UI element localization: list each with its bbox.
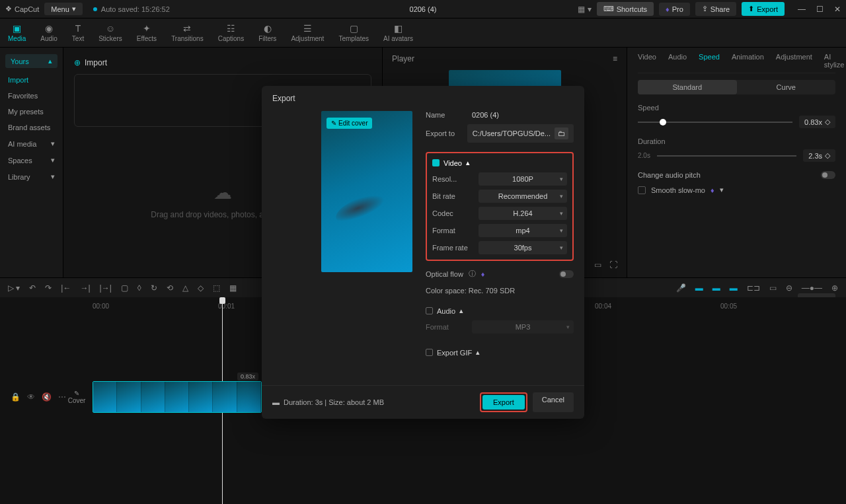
track3-icon[interactable]: ▬ bbox=[730, 283, 738, 293]
name-value[interactable]: 0206 (4) bbox=[472, 111, 574, 119]
shortcuts-button[interactable]: ⌨Shortcuts bbox=[597, 2, 654, 16]
subtab-curve[interactable]: Curve bbox=[737, 80, 836, 94]
edit-cover-button[interactable]: ✎Edit cover bbox=[327, 118, 372, 129]
pencil-icon: ✎ bbox=[331, 120, 336, 127]
format-dropdown[interactable]: mp4 bbox=[479, 224, 567, 237]
zoom-in-icon[interactable]: ⊕ bbox=[831, 283, 838, 293]
split-both-icon[interactable]: |→| bbox=[100, 283, 112, 293]
resolution-dropdown[interactable]: 1080P bbox=[479, 172, 567, 186]
tab-stickers[interactable]: ☺Stickers bbox=[96, 18, 125, 47]
pitch-toggle[interactable] bbox=[821, 171, 835, 179]
ai-icon: ◧ bbox=[394, 23, 403, 34]
chevron-up-icon[interactable]: ▴ bbox=[476, 348, 480, 357]
fullscreen-icon[interactable]: ⛶ bbox=[609, 260, 617, 270]
video-checkbox[interactable] bbox=[432, 159, 440, 166]
right-tab-audio[interactable]: Audio bbox=[668, 53, 687, 69]
sidebar-item-aimedia[interactable]: AI media▾ bbox=[0, 135, 63, 152]
export-button[interactable]: ⬆Export bbox=[742, 2, 785, 16]
delete-icon[interactable]: ▢ bbox=[121, 283, 128, 293]
more-icon[interactable]: ⋯ bbox=[58, 392, 66, 402]
modal-cancel-button[interactable]: Cancel bbox=[533, 392, 574, 412]
adjustment-icon: ☰ bbox=[303, 23, 312, 34]
track1-icon[interactable]: ▬ bbox=[695, 283, 703, 293]
tab-audio[interactable]: ◉Audio bbox=[38, 18, 60, 47]
mic-icon[interactable]: 🎤 bbox=[676, 283, 686, 293]
pro-button[interactable]: ♦Pro bbox=[659, 3, 690, 16]
selection-tool-icon[interactable]: ▷ ▾ bbox=[8, 283, 20, 293]
sidebar-item-presets[interactable]: My presets bbox=[0, 104, 63, 120]
reverse-icon[interactable]: ⟲ bbox=[167, 283, 173, 293]
bitrate-dropdown[interactable]: Recommended bbox=[479, 190, 567, 203]
tab-templates[interactable]: ▢Templates bbox=[336, 18, 371, 47]
duration-slider[interactable] bbox=[657, 155, 796, 157]
replace-icon[interactable]: ↻ bbox=[151, 283, 157, 293]
speed-slider[interactable] bbox=[638, 122, 792, 123]
export-modal: Export ✎Edit cover Name0206 (4) Export t… bbox=[262, 86, 584, 419]
tab-captions[interactable]: ☷Captions bbox=[215, 18, 247, 47]
folder-icon[interactable]: 🗀 bbox=[555, 127, 568, 139]
right-tab-animation[interactable]: Animation bbox=[732, 53, 764, 69]
framerate-dropdown[interactable]: 30fps bbox=[479, 241, 567, 254]
tab-media[interactable]: ▣Media bbox=[5, 18, 28, 47]
player-title: Player bbox=[392, 54, 414, 63]
magnet-icon[interactable]: ⊏⊐ bbox=[747, 283, 760, 293]
speed-value[interactable]: 0.83x◇ bbox=[799, 116, 835, 128]
preview-icon[interactable]: ▭ bbox=[769, 283, 777, 293]
sidebar-item-brand[interactable]: Brand assets bbox=[0, 120, 63, 135]
export-path[interactable]: C:/Users/TOPGUS/De...🗀 bbox=[467, 124, 574, 143]
zoom-out-icon[interactable]: ⊖ bbox=[786, 283, 792, 293]
freeze-icon[interactable]: △ bbox=[182, 283, 188, 293]
tab-transitions[interactable]: ⇄Transitions bbox=[169, 18, 206, 47]
maximize-icon[interactable]: ☐ bbox=[816, 5, 824, 14]
share-button[interactable]: ⇪Share bbox=[695, 2, 736, 16]
marker-icon[interactable]: ◊ bbox=[137, 283, 141, 293]
menu-button[interactable]: Menu▾ bbox=[44, 3, 83, 15]
right-tab-speed[interactable]: Speed bbox=[699, 53, 720, 69]
gif-checkbox[interactable] bbox=[426, 349, 433, 356]
help-icon[interactable]: ⓘ bbox=[469, 269, 476, 279]
timeline-clip[interactable]: 0.83x bbox=[93, 381, 262, 413]
project-title: 0206 (4) bbox=[410, 5, 437, 13]
right-tab-video[interactable]: Video bbox=[638, 53, 656, 69]
right-tab-adjustment[interactable]: Adjustment bbox=[776, 53, 812, 69]
mute-icon[interactable]: 🔇 bbox=[42, 392, 52, 402]
tab-filters[interactable]: ◐Filters bbox=[256, 18, 279, 47]
tab-adjustment[interactable]: ☰Adjustment bbox=[288, 18, 327, 47]
track2-icon[interactable]: ▬ bbox=[712, 283, 720, 293]
modal-export-button[interactable]: Export bbox=[482, 395, 525, 410]
split-right-icon[interactable]: →| bbox=[80, 283, 90, 293]
crop2-icon[interactable]: ⬚ bbox=[213, 283, 220, 293]
right-tab-aistylize[interactable]: AI stylize bbox=[824, 53, 845, 69]
export-clip-icon[interactable]: ▦ bbox=[229, 283, 237, 293]
minimize-icon[interactable]: — bbox=[798, 5, 806, 14]
tab-text[interactable]: TText bbox=[69, 18, 87, 47]
sidebar-item-library[interactable]: Library▾ bbox=[0, 168, 63, 185]
tab-aiavatars[interactable]: ◧AI avatars bbox=[381, 18, 416, 47]
split-icon[interactable]: |← bbox=[61, 283, 71, 293]
lock-icon[interactable]: 🔒 bbox=[11, 392, 20, 402]
cover-button[interactable]: ✎Cover bbox=[66, 390, 87, 404]
zoom-slider[interactable]: —●— bbox=[802, 283, 822, 293]
audio-checkbox[interactable] bbox=[426, 307, 433, 314]
tab-effects[interactable]: ✦Effects bbox=[134, 18, 159, 47]
codec-dropdown[interactable]: H.264 bbox=[479, 207, 567, 220]
subtab-standard[interactable]: Standard bbox=[638, 80, 737, 94]
redo-icon[interactable]: ↷ bbox=[45, 283, 52, 293]
chevron-up-icon[interactable]: ▴ bbox=[466, 159, 470, 167]
eye-icon[interactable]: 👁 bbox=[27, 392, 35, 402]
duration-value[interactable]: 2.3s◇ bbox=[803, 149, 835, 162]
crop-icon[interactable]: ◇ bbox=[198, 283, 204, 293]
ratio-icon[interactable]: ▭ bbox=[594, 260, 601, 270]
sidebar-yours[interactable]: Yours▴ bbox=[5, 54, 58, 68]
sidebar-item-favorites[interactable]: Favorites bbox=[0, 88, 63, 104]
menu-icon[interactable]: ≡ bbox=[613, 54, 617, 63]
undo-icon[interactable]: ↶ bbox=[29, 283, 36, 293]
chevron-up-icon[interactable]: ▴ bbox=[459, 306, 463, 315]
sidebar-item-import[interactable]: Import bbox=[0, 72, 63, 88]
smooth-checkbox[interactable] bbox=[638, 186, 646, 194]
optical-toggle[interactable] bbox=[559, 270, 574, 278]
autosave-status: Auto saved: 15:26:52 bbox=[93, 5, 170, 13]
close-icon[interactable]: ✕ bbox=[834, 5, 841, 14]
layout-icon[interactable]: ▦ ▾ bbox=[578, 5, 591, 14]
sidebar-item-spaces[interactable]: Spaces▾ bbox=[0, 152, 63, 168]
